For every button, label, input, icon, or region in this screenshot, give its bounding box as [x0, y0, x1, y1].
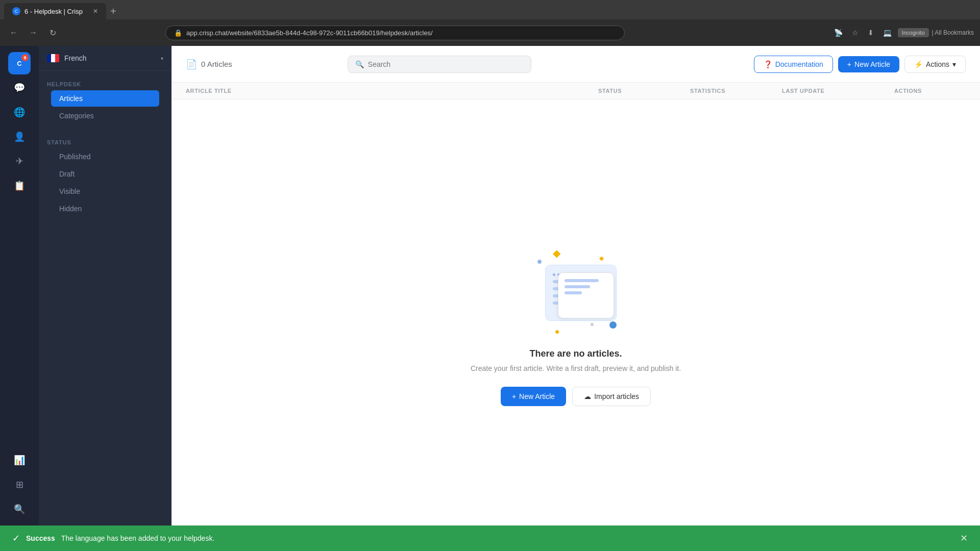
tab-favicon: C — [12, 7, 20, 15]
send-icon: ✈ — [16, 156, 23, 167]
empty-illustration: ◆ ◆ — [525, 244, 627, 336]
import-articles-button[interactable]: ☁ Import articles — [572, 387, 651, 406]
main-content: 📄 0 Articles 🔍 ❓ Documentation + New Art… — [172, 46, 980, 551]
helpdesk-label: HELPDESK — [47, 81, 163, 87]
browser-chrome: C 6 - Helpdesk | Crisp ✕ + ← → ↻ 🔒 app.c… — [0, 0, 980, 46]
french-flag-icon — [47, 54, 59, 62]
sidebar-item-categories[interactable]: Categories — [51, 108, 159, 124]
browser-nav-right: 📡 ☆ ⬇ 💻 Incognito | All Bookmarks — [831, 26, 974, 40]
success-toast: ✓ Success The language has been added to… — [0, 525, 980, 551]
doc-card-front — [558, 272, 614, 318]
new-tab-button[interactable]: + — [106, 4, 120, 19]
globe-icon: 🌐 — [14, 107, 25, 118]
status-label: STATUS — [47, 139, 163, 145]
new-article-center-plus-icon: + — [512, 392, 516, 400]
bookmarks-label: | All Bookmarks — [932, 29, 974, 36]
actions-chevron-icon: ▾ — [952, 60, 956, 68]
address-bar[interactable]: 🔒 app.crisp.chat/website/6833ae5b-844d-4… — [165, 26, 625, 40]
search-sidebar-icon: 🔍 — [14, 504, 25, 515]
star-decoration-sm: ◆ — [599, 255, 604, 262]
dot-decoration-blue — [537, 260, 542, 264]
status-draft[interactable]: Draft — [51, 166, 159, 182]
new-article-plus-icon: + — [847, 60, 851, 68]
col-statistics: STATISTICS — [690, 88, 782, 94]
col-status: STATUS — [598, 88, 690, 94]
reload-button[interactable]: ↻ — [45, 25, 60, 40]
avatar-button[interactable]: C 6 — [8, 52, 31, 74]
send-button[interactable]: ✈ — [8, 150, 31, 172]
chat-button[interactable]: 💬 — [8, 77, 31, 99]
nav-sidebar: French ▾ HELPDESK Articles Categories ST… — [39, 46, 172, 551]
chat-icon: 💬 — [14, 82, 25, 93]
doc-line-front-2 — [565, 285, 590, 288]
bar-chart-button[interactable]: 📊 — [8, 449, 31, 471]
new-article-button[interactable]: + New Article — [838, 56, 899, 72]
import-cloud-icon: ☁ — [584, 392, 591, 400]
actions-icon: ⚡ — [914, 60, 923, 68]
new-article-center-button[interactable]: + New Article — [501, 387, 566, 406]
doc-line-front-1 — [565, 279, 599, 282]
language-chevron-icon: ▾ — [161, 56, 163, 61]
incognito-badge: Incognito — [898, 28, 929, 37]
main-header: 📄 0 Articles 🔍 ❓ Documentation + New Art… — [172, 46, 980, 83]
col-actions: ACTIONS — [894, 88, 966, 94]
empty-state: ◆ ◆ — [172, 99, 980, 551]
back-button[interactable]: ← — [6, 25, 21, 40]
search-input[interactable] — [368, 60, 524, 68]
language-name: French — [64, 54, 156, 62]
tab-close-button[interactable]: ✕ — [93, 8, 98, 15]
documentation-button[interactable]: ❓ Documentation — [754, 56, 833, 73]
table-header: ARTICLE TITLE STATUS STATISTICS LAST UPD… — [172, 83, 980, 99]
dot1 — [553, 273, 555, 276]
device-button[interactable]: 💻 — [880, 26, 895, 40]
dot-decoration-gray — [591, 323, 594, 326]
user-button[interactable]: 👤 — [8, 126, 31, 148]
tab-title: 6 - Helpdesk | Crisp — [24, 8, 83, 15]
articles-count: 📄 0 Articles — [186, 59, 232, 70]
toast-success-icon: ✓ — [12, 533, 20, 544]
clipboard-icon: 📋 — [14, 180, 25, 191]
header-actions: ❓ Documentation + New Article ⚡ Actions … — [754, 56, 966, 73]
toast-success-label: Success — [26, 534, 55, 542]
notification-badge: 6 — [21, 54, 29, 61]
app-layout: C 6 💬 🌐 👤 ✈ 📋 📊 ⊞ 🔍 — [0, 46, 980, 551]
dot-decoration-blue-lg — [609, 321, 617, 329]
grid-icon: ⊞ — [16, 479, 23, 490]
cast-button[interactable]: 📡 — [831, 26, 846, 40]
col-article-title: ARTICLE TITLE — [186, 88, 598, 94]
forward-button[interactable]: → — [26, 25, 41, 40]
status-visible[interactable]: Visible — [51, 183, 159, 199]
avatar-icon: C — [17, 60, 21, 67]
empty-description: Create your first article. Write a first… — [471, 364, 681, 372]
browser-tabs: C 6 - Helpdesk | Crisp ✕ + — [0, 0, 980, 19]
documentation-icon: ❓ — [764, 60, 772, 68]
search-sidebar-button[interactable]: 🔍 — [8, 498, 31, 520]
url-text: app.crisp.chat/website/6833ae5b-844d-4c9… — [186, 29, 433, 37]
actions-button[interactable]: ⚡ Actions ▾ — [904, 56, 966, 73]
status-section: STATUS Published Draft Visible Hidden — [39, 129, 172, 222]
sidebar-item-articles[interactable]: Articles — [51, 90, 159, 107]
toast-message: The language has been added to your help… — [61, 534, 214, 542]
globe-button[interactable]: 🌐 — [8, 101, 31, 123]
icon-sidebar: C 6 💬 🌐 👤 ✈ 📋 📊 ⊞ 🔍 — [0, 46, 39, 551]
user-icon: 👤 — [14, 131, 25, 142]
bookmark-button[interactable]: ☆ — [849, 26, 862, 40]
article-count-icon: 📄 — [186, 59, 197, 70]
search-box[interactable]: 🔍 — [348, 56, 531, 73]
dot-decoration-yellow — [555, 330, 559, 334]
col-last-update: LAST UPDATE — [782, 88, 894, 94]
active-tab[interactable]: C 6 - Helpdesk | Crisp ✕ — [4, 3, 106, 19]
clipboard-button[interactable]: 📋 — [8, 174, 31, 197]
search-icon: 🔍 — [355, 60, 364, 68]
status-hidden[interactable]: Hidden — [51, 201, 159, 217]
language-selector[interactable]: French ▾ — [39, 46, 172, 71]
grid-button[interactable]: ⊞ — [8, 473, 31, 496]
toast-close-button[interactable]: ✕ — [960, 533, 968, 544]
status-items: Published Draft Visible Hidden — [47, 148, 163, 217]
star-decoration: ◆ — [553, 247, 560, 259]
doc-line-front-3 — [565, 291, 582, 294]
download-button[interactable]: ⬇ — [865, 26, 877, 40]
bar-chart-icon: 📊 — [14, 455, 25, 466]
empty-actions: + New Article ☁ Import articles — [501, 387, 651, 406]
status-published[interactable]: Published — [51, 148, 159, 165]
